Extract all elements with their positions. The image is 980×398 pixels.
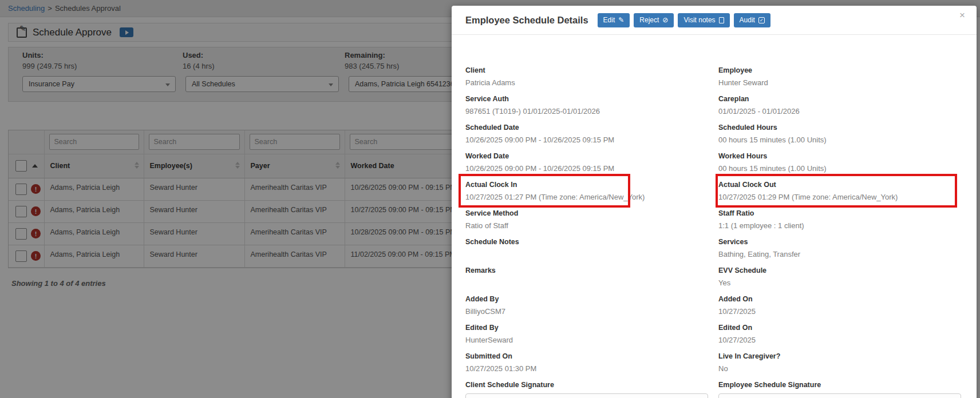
field-employee: Employee Hunter Seward — [718, 66, 963, 94]
modal-left-column: Client Patricia Adams Service Auth 98765… — [465, 66, 718, 398]
field-added-by: Added By BilliyoCSM7 — [465, 294, 718, 323]
client-signature-box[interactable] — [465, 393, 708, 398]
field-staff-ratio: Staff Ratio 1:1 (1 employee : 1 client) — [718, 209, 963, 237]
field-added-on: Added On 10/27/2025 — [718, 294, 963, 323]
field-services: Services Bathing, Eating, Transfer — [718, 237, 963, 266]
audit-button[interactable]: Audit — [734, 13, 770, 27]
field-scheduled-hours: Scheduled Hours 00 hours 15 minutes (1.0… — [718, 123, 963, 152]
modal-body: Client Patricia Adams Service Auth 98765… — [452, 35, 977, 398]
field-actual-clock-out: Actual Clock Out 10/27/2025 01:29 PM (Ti… — [718, 180, 963, 209]
field-employee-schedule-signature: Employee Schedule Signature — [718, 380, 963, 398]
field-scheduled-date: Scheduled Date 10/26/2025 09:00 PM - 10/… — [465, 123, 718, 152]
field-remarks: Remarks — [465, 266, 718, 294]
ban-icon: ⊘ — [662, 17, 668, 23]
edit-button[interactable]: Edit✎ — [598, 13, 630, 27]
pencil-icon: ✎ — [618, 17, 624, 23]
field-evv-schedule: EVV Schedule Yes — [718, 266, 963, 294]
field-client: Client Patricia Adams — [465, 66, 718, 94]
field-submitted-on: Submitted On 10/27/2025 01:30 PM — [465, 352, 718, 380]
check-square-icon — [758, 17, 765, 23]
field-worked-date: Worked Date 10/26/2025 09:00 PM - 10/26/… — [465, 152, 718, 180]
field-schedule-notes: Schedule Notes — [465, 237, 718, 266]
employee-signature-box[interactable] — [718, 393, 961, 398]
close-icon[interactable]: × — [959, 10, 965, 20]
employee-schedule-details-modal: Employee Schedule Details Edit✎ Reject⊘ … — [452, 6, 977, 398]
note-icon — [719, 17, 724, 23]
modal-title: Employee Schedule Details — [465, 15, 588, 26]
field-edited-on: Edited On 10/27/2025 — [718, 323, 963, 352]
field-actual-clock-in: Actual Clock In 10/27/2025 01:27 PM (Tim… — [465, 180, 718, 209]
field-edited-by: Edited By HunterSeward — [465, 323, 718, 352]
field-worked-hours: Worked Hours 00 hours 15 minutes (1.00 U… — [718, 152, 963, 180]
field-service-method: Service Method Ratio of Staff — [465, 209, 718, 237]
visit-notes-button[interactable]: Visit notes — [678, 13, 729, 27]
field-service-auth: Service Auth 987651 (T1019-) 01/01/2025-… — [465, 94, 718, 123]
field-live-in-caregiver: Live In Caregiver? No — [718, 352, 963, 380]
modal-header: Employee Schedule Details Edit✎ Reject⊘ … — [452, 6, 977, 35]
field-careplan: Careplan 01/01/2025 - 01/01/2026 — [718, 94, 963, 123]
modal-right-column: Employee Hunter Seward Careplan 01/01/20… — [718, 66, 963, 398]
field-client-schedule-signature: Client Schedule Signature — [465, 380, 718, 398]
reject-button[interactable]: Reject⊘ — [634, 13, 674, 27]
